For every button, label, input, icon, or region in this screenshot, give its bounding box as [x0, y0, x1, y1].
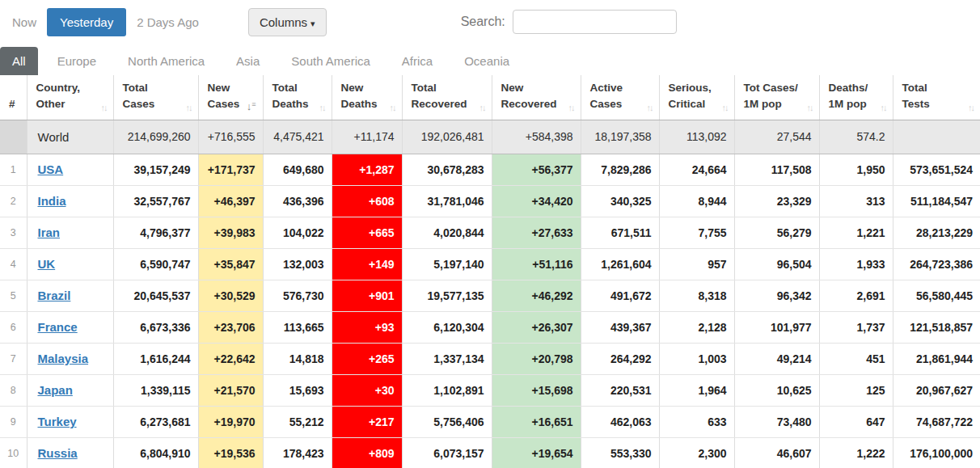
header-label: TotalCases [123, 80, 155, 112]
tab-south-america[interactable]: South America [279, 47, 382, 75]
country-link-india[interactable]: India [38, 194, 66, 208]
cell-active_cases: 491,672 [581, 280, 659, 311]
cell-active_cases: 264,292 [581, 343, 659, 374]
cell-tot_cases_1m: 27,544 [734, 120, 819, 154]
cell-serious_critical: 633 [659, 406, 734, 437]
header-total_recovered[interactable]: TotalRecovered↑↓ [402, 75, 492, 120]
country-link-turkey[interactable]: Turkey [38, 415, 77, 428]
sort-icon: ↓≡ [244, 100, 256, 112]
country-link-russia[interactable]: Russia [38, 446, 78, 460]
header-total_cases[interactable]: TotalCases↑↓ [113, 75, 198, 120]
header-label: ActiveCases [590, 80, 623, 112]
cell-total_tests: 264,723,386 [893, 248, 980, 280]
cell-total_deaths: 649,680 [263, 154, 332, 185]
sort-icon: ↑↓ [878, 103, 886, 112]
tab-asia[interactable]: Asia [224, 47, 272, 75]
cell-rank: 4 [0, 248, 27, 280]
country-link-uk[interactable]: UK [38, 257, 56, 271]
search-area: Search: [461, 10, 677, 34]
cell-deaths_1m: 574.2 [819, 120, 893, 154]
header-deaths_1m[interactable]: Deaths/1M pop↑↓ [819, 75, 893, 120]
cell-deaths_1m: 125 [819, 374, 893, 406]
cell-total_recovered: 4,020,844 [402, 217, 492, 248]
country-link-malaysia[interactable]: Malaysia [38, 352, 89, 365]
cell-active_cases: 1,261,604 [581, 248, 659, 280]
table-row: 9Turkey6,273,681+19,97055,212+2175,756,4… [0, 406, 980, 437]
tab-oceania[interactable]: Oceania [452, 47, 522, 75]
tab-africa[interactable]: Africa [390, 47, 445, 75]
cell-total_deaths: 436,396 [263, 185, 332, 217]
cell-deaths_1m: 1,933 [819, 248, 893, 280]
country-link-japan[interactable]: Japan [38, 383, 73, 397]
time-filter-now[interactable]: Now [12, 15, 36, 29]
cell-serious_critical: 2,128 [659, 311, 734, 343]
cell-new_recovered: +20,798 [492, 343, 581, 374]
header-label: Tot Cases/1M pop [744, 80, 798, 112]
sort-icon: ↑↓ [184, 103, 192, 112]
cell-total_cases: 6,273,681 [113, 406, 198, 437]
cell-total_tests: 56,580,445 [893, 280, 980, 311]
country-link-iran[interactable]: Iran [38, 226, 61, 239]
table-row: 8Japan1,339,115+21,57015,693+301,102,891… [0, 374, 980, 406]
cell-new_cases: +19,970 [198, 406, 263, 437]
cell-serious_critical: 8,944 [659, 185, 734, 217]
tab-all[interactable]: All [0, 47, 38, 75]
country-link-france[interactable]: France [38, 320, 78, 334]
header-total_tests[interactable]: TotalTests↑↓ [893, 75, 980, 120]
header-serious_critical[interactable]: Serious,Critical↑↓ [659, 75, 734, 120]
cell-new_cases: +23,706 [198, 311, 263, 343]
tab-north-america[interactable]: North America [116, 47, 217, 75]
cell-tot_cases_1m: 96,342 [734, 280, 819, 311]
cell-rank: 6 [0, 311, 27, 343]
header-tot_cases_1m[interactable]: Tot Cases/1M pop↑↓ [734, 75, 819, 120]
cell-deaths_1m: 1,222 [819, 437, 893, 468]
sort-icon: ↑↓ [477, 103, 485, 112]
country-link-usa[interactable]: USA [38, 162, 64, 176]
cell-rank: 10 [0, 437, 27, 468]
header-label: TotalRecovered [412, 80, 467, 112]
covid-stats-table: #Country,Other↑↓TotalCases↑↓NewCases↓≡To… [0, 75, 980, 468]
cell-total_deaths: 132,003 [263, 248, 332, 280]
header-new_deaths[interactable]: NewDeaths↑↓ [332, 75, 402, 120]
cell-tot_cases_1m: 117,508 [734, 154, 819, 185]
cell-country: UK [27, 248, 113, 280]
cell-active_cases: 220,531 [581, 374, 659, 406]
region-tabs: AllEuropeNorth AmericaAsiaSouth AmericaA… [0, 44, 980, 75]
header-total_deaths[interactable]: TotalDeaths↑↓ [263, 75, 332, 120]
cell-serious_critical: 24,664 [659, 154, 734, 185]
cell-total_deaths: 576,730 [263, 280, 332, 311]
time-filter-yesterday[interactable]: Yesterday [47, 8, 126, 36]
cell-tot_cases_1m: 101,977 [734, 311, 819, 343]
cell-total_cases: 6,804,910 [113, 437, 198, 468]
search-input[interactable] [513, 10, 677, 34]
cell-active_cases: 671,511 [581, 217, 659, 248]
cell-serious_critical: 8,318 [659, 280, 734, 311]
sort-icon: ↑↓ [965, 103, 974, 112]
header-active_cases[interactable]: ActiveCases↑↓ [581, 75, 659, 120]
header-new_cases[interactable]: NewCases↓≡ [198, 75, 263, 120]
time-filter-2-days-ago[interactable]: 2 Days Ago [137, 15, 199, 29]
cell-total_recovered: 6,073,157 [402, 437, 492, 468]
cell-new_cases: +171,737 [198, 154, 263, 185]
cell-active_cases: 553,330 [581, 437, 659, 468]
header-label: Serious,Critical [669, 80, 712, 112]
cell-country: France [27, 311, 113, 343]
header-country[interactable]: Country,Other↑↓ [27, 75, 113, 120]
header-label: NewCases [208, 80, 240, 112]
header-label: Country,Other [36, 80, 81, 112]
tab-europe[interactable]: Europe [45, 47, 108, 75]
country-link-brazil[interactable]: Brazil [38, 289, 71, 302]
cell-new_cases: +22,642 [198, 343, 263, 374]
table-header-row: #Country,Other↑↓TotalCases↑↓NewCases↓≡To… [0, 75, 980, 120]
sort-icon: ↑↓ [805, 103, 813, 112]
cell-tot_cases_1m: 10,625 [734, 374, 819, 406]
columns-dropdown-button[interactable]: Columns▾ [248, 8, 327, 36]
cell-rank: 7 [0, 343, 27, 374]
cell-total_recovered: 5,756,406 [402, 406, 492, 437]
header-label: Deaths/1M pop [829, 80, 868, 112]
cell-new_deaths: +217 [332, 406, 402, 437]
caret-down-icon: ▾ [310, 19, 315, 28]
sort-icon: ↑↓ [387, 103, 395, 112]
header-new_recovered[interactable]: NewRecovered↑↓ [492, 75, 581, 120]
cell-total_deaths: 55,212 [263, 406, 332, 437]
